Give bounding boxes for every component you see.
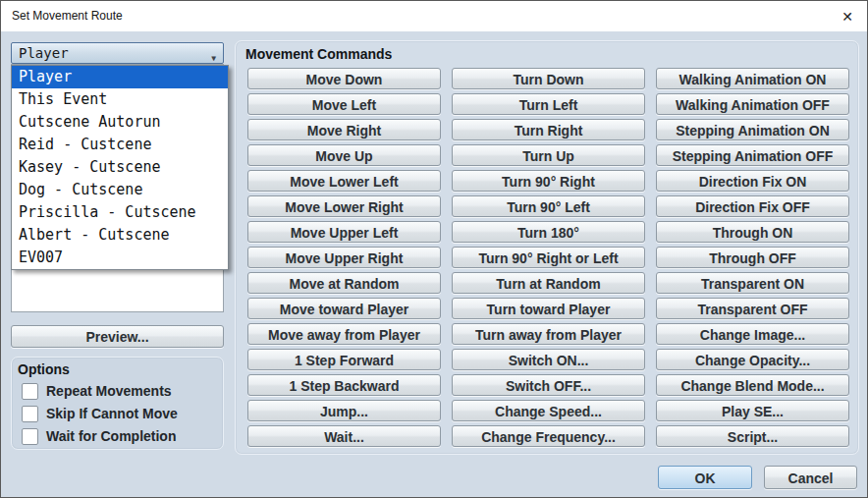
command-button[interactable]: Move at Random (247, 272, 441, 294)
option-label: Skip If Cannot Move (46, 406, 178, 421)
dropdown-item[interactable]: This Event (12, 88, 228, 111)
command-button[interactable]: Change Speed... (452, 400, 645, 421)
options-checkbox-list: Repeat Movements Skip If Cannot Move Wai… (18, 380, 223, 447)
option-checkbox[interactable] (22, 406, 38, 422)
command-button[interactable]: Change Blend Mode... (656, 374, 849, 396)
command-button[interactable]: Switch ON... (452, 349, 645, 370)
dropdown-item[interactable]: EV007 (12, 247, 228, 269)
command-button[interactable]: Move toward Player (247, 298, 441, 319)
close-icon: ✕ (841, 9, 853, 25)
command-button[interactable]: Direction Fix ON (656, 170, 849, 192)
command-button[interactable]: Switch OFF... (452, 374, 645, 396)
command-button[interactable]: Play SE... (656, 400, 849, 421)
command-button[interactable]: Turn Up (452, 144, 645, 166)
option-label: Repeat Movements (46, 383, 172, 399)
command-button[interactable]: Turn Left (452, 93, 645, 115)
options-group-title: Options (18, 361, 223, 377)
movement-commands-title: Movement Commands (245, 46, 392, 62)
command-button[interactable]: Turn 90° Right (452, 170, 645, 192)
preview-button[interactable]: Preview... (11, 325, 224, 348)
command-button[interactable]: Turn 90° Left (452, 195, 645, 217)
command-button[interactable]: Change Frequency... (452, 425, 645, 447)
options-group: Options Repeat Movements Skip If Cannot … (11, 357, 224, 450)
option-row: Repeat Movements (22, 380, 223, 402)
dropdown-item[interactable]: Player (12, 66, 228, 88)
command-button[interactable]: Transparent OFF (656, 298, 849, 319)
command-button[interactable]: Script... (656, 425, 849, 447)
option-row: Skip If Cannot Move (22, 403, 223, 424)
command-button[interactable]: Move Upper Right (247, 247, 441, 268)
command-button[interactable]: Turn 180° (452, 221, 645, 243)
ok-button[interactable]: OK (658, 466, 752, 489)
command-button[interactable]: Turn away from Player (452, 323, 645, 345)
target-combobox[interactable]: Player ▼ (11, 42, 224, 64)
command-button[interactable]: Move away from Player (247, 323, 441, 345)
target-combobox-value: Player (19, 45, 69, 61)
dropdown-item[interactable]: Reid - Custcene (12, 134, 228, 156)
option-label: Wait for Completion (46, 428, 176, 444)
command-button[interactable]: Move Lower Right (247, 195, 441, 217)
command-column-turn: Turn DownTurn LeftTurn RightTurn UpTurn … (452, 68, 645, 451)
titlebar: Set Movement Route ✕ (1, 1, 867, 31)
command-button[interactable]: Move Upper Left (247, 221, 441, 243)
command-button[interactable]: Walking Animation ON (656, 68, 849, 89)
dropdown-item[interactable]: Albert - Cutscene (12, 224, 228, 247)
command-button[interactable]: Move Up (247, 144, 441, 166)
command-button[interactable]: Move Right (247, 119, 441, 140)
command-button[interactable]: Walking Animation OFF (656, 93, 849, 115)
command-column-toggles: Walking Animation ONWalking Animation OF… (656, 68, 849, 451)
command-button[interactable]: Move Lower Left (247, 170, 441, 192)
option-row: Wait for Completion (22, 425, 223, 447)
option-checkbox[interactable] (22, 383, 38, 400)
set-movement-route-dialog: Set Movement Route ✕ Player ▼ Player Thi… (0, 0, 868, 498)
command-button[interactable]: Turn toward Player (452, 298, 645, 319)
command-button[interactable]: Through OFF (656, 247, 849, 268)
command-button[interactable]: Turn Right (452, 119, 645, 140)
command-button[interactable]: Through ON (656, 221, 849, 243)
command-button[interactable]: Stepping Animation OFF (656, 144, 849, 166)
command-button[interactable]: Move Down (247, 68, 441, 89)
command-button[interactable]: Change Image... (656, 323, 849, 345)
dropdown-item[interactable]: Dog - Cutscene (12, 179, 228, 201)
command-button[interactable]: 1 Step Backward (247, 374, 441, 396)
command-button[interactable]: Turn Down (452, 68, 645, 89)
command-button[interactable]: Wait... (247, 425, 441, 447)
cancel-button[interactable]: Cancel (764, 466, 857, 489)
dropdown-item[interactable]: Priscilla - Cutscene (12, 201, 228, 224)
command-button[interactable]: Turn at Random (452, 272, 645, 294)
command-button[interactable]: Stepping Animation ON (656, 119, 849, 140)
window-title: Set Movement Route (12, 9, 123, 23)
option-checkbox[interactable] (22, 428, 38, 445)
dropdown-item[interactable]: Kasey - Cutscene (12, 156, 228, 179)
command-column-move: Move DownMove LeftMove RightMove UpMove … (247, 68, 441, 451)
command-button[interactable]: Move Left (247, 93, 441, 115)
command-button[interactable]: Change Opacity... (656, 349, 849, 370)
command-button[interactable]: 1 Step Forward (247, 349, 441, 370)
command-button[interactable]: Turn 90° Right or Left (452, 247, 645, 268)
dropdown-item[interactable]: Cutscene Autorun (12, 111, 228, 134)
target-dropdown-list: Player This Event Cutscene Autorun Reid … (11, 65, 229, 270)
movement-commands-group: Movement Commands Move DownMove LeftMove… (235, 40, 859, 455)
command-button[interactable]: Direction Fix OFF (656, 195, 849, 217)
close-button[interactable]: ✕ (836, 6, 859, 28)
command-button[interactable]: Jump... (247, 400, 441, 421)
command-button[interactable]: Transparent ON (656, 272, 849, 294)
